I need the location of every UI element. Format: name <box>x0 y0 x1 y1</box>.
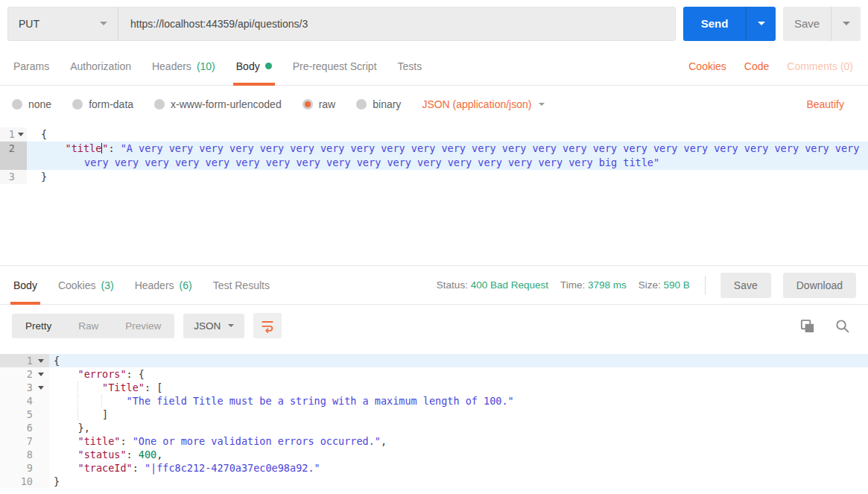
line-gutter: 6 <box>0 421 49 434</box>
line-number: 7 <box>0 434 33 448</box>
token-ind <box>77 408 103 420</box>
code-line-content[interactable]: "title": "A very very very very very ver… <box>27 142 868 170</box>
radio-x-www-form-urlencoded[interactable]: x-www-form-urlencoded <box>154 98 282 110</box>
tab-headers[interactable]: Headers(10) <box>142 47 226 85</box>
token-ind0 <box>54 449 78 460</box>
method-select[interactable]: PUT <box>8 7 118 40</box>
line-number: 5 <box>0 408 33 421</box>
save-options-button[interactable] <box>831 7 861 41</box>
tab-headers-count: (10) <box>197 60 215 72</box>
copy-icon <box>799 318 815 334</box>
fold-toggle[interactable] <box>33 354 49 367</box>
fold-toggle[interactable] <box>33 381 49 394</box>
wrap-lines-button[interactable] <box>253 313 282 338</box>
line-gutter: 10 <box>0 475 49 488</box>
token-str: "A very very very very very very very ve… <box>84 142 865 168</box>
token-str: "The field Title must be a string with a… <box>127 395 514 407</box>
copy-button[interactable] <box>799 318 815 334</box>
tab-authorization[interactable]: Authorization <box>60 47 142 85</box>
view-pretty[interactable]: Pretty <box>12 314 65 338</box>
token-ind <box>77 381 103 393</box>
response-tab-body[interactable]: Body <box>3 266 48 304</box>
token-p: , <box>156 449 162 460</box>
chevron-down-icon <box>758 22 765 25</box>
wrap-text-icon <box>260 318 275 333</box>
radio-binary[interactable]: binary <box>356 98 401 110</box>
link-comments-0[interactable]: Comments (0) <box>787 60 853 72</box>
tab-params[interactable]: Params <box>3 47 60 85</box>
token-p: : <box>120 435 132 447</box>
response-tab-headers-count: (6) <box>180 279 192 291</box>
response-tab-headers[interactable]: Headers(6) <box>124 266 203 304</box>
response-tab-cookies[interactable]: Cookies(3) <box>48 266 124 304</box>
radio-label-form-data: form-data <box>89 98 133 110</box>
line-number: 2 <box>0 367 33 381</box>
line-number: 1 <box>0 354 33 367</box>
token-p: } <box>54 475 60 487</box>
save-response-button[interactable]: Save <box>720 273 771 298</box>
link-cookies[interactable]: Cookies <box>688 60 726 72</box>
url-input[interactable] <box>118 7 675 40</box>
radio-icon <box>154 99 165 110</box>
token-ind0 <box>54 368 78 380</box>
token-p: { <box>41 128 47 140</box>
view-raw[interactable]: Raw <box>65 314 112 338</box>
token-key: "Title" <box>102 381 145 393</box>
content-type-select[interactable]: JSON (application/json) <box>422 98 545 110</box>
radio-raw[interactable]: raw <box>302 98 336 110</box>
stat-status: Status: 400 Bad Request <box>437 279 548 291</box>
request-body-editor[interactable]: 1{2 "title": "A very very very very very… <box>0 123 868 266</box>
stat-value: 3798 ms <box>588 279 627 291</box>
radio-none[interactable]: none <box>12 98 51 110</box>
request-tab-links: CookiesCodeComments (0) <box>688 60 865 72</box>
code-line-content: }, <box>49 421 868 434</box>
content-type-value: JSON (application/json) <box>422 98 531 110</box>
token-p: }, <box>78 422 90 434</box>
request-bar: PUT Send Save <box>0 0 868 47</box>
search-button[interactable] <box>834 318 850 334</box>
beautify-link[interactable]: Beautify <box>806 98 856 110</box>
send-label: Send <box>701 17 729 30</box>
code-line: 10} <box>0 475 868 488</box>
tab-tests[interactable]: Tests <box>387 47 433 85</box>
send-options-button[interactable] <box>746 7 776 41</box>
send-button[interactable]: Send <box>683 7 746 41</box>
response-tab-cookies-label: Cookies <box>58 279 96 291</box>
response-stats: Status: 400 Bad RequestTime: 3798 msSize… <box>437 279 690 291</box>
line-gutter: 8 <box>0 448 49 461</box>
download-response-button[interactable]: Download <box>783 273 856 298</box>
tab-pre-request-script[interactable]: Pre-request Script <box>282 47 387 85</box>
code-line-content: "traceId": "|ffc8c212-4270a37ec0e98a92." <box>49 461 868 475</box>
response-tab-test-results[interactable]: Test Results <box>203 266 280 304</box>
fold-toggle[interactable] <box>15 127 27 142</box>
divider <box>705 276 706 295</box>
code-line-content[interactable]: { <box>27 127 868 142</box>
fold-toggle[interactable] <box>33 367 49 381</box>
token-p: , <box>381 435 387 447</box>
view-preview[interactable]: Preview <box>112 314 174 338</box>
radio-form-data[interactable]: form-data <box>72 98 133 110</box>
token-ind0 <box>54 408 78 420</box>
response-tab-headers-label: Headers <box>135 279 174 291</box>
token-ind0 <box>54 435 78 447</box>
radio-icon <box>12 99 22 110</box>
tab-authorization-label: Authorization <box>70 60 131 72</box>
url-group: PUT <box>7 7 676 41</box>
code-line-content[interactable]: } <box>27 170 868 184</box>
link-code[interactable]: Code <box>744 60 769 72</box>
line-gutter: 1 <box>0 127 27 142</box>
line-number: 4 <box>0 394 33 408</box>
tab-body-label: Body <box>236 60 260 72</box>
tab-body[interactable]: Body <box>226 47 282 85</box>
fold-spacer <box>33 421 49 434</box>
response-language-select[interactable]: JSON <box>183 314 244 338</box>
token-key: "title <box>66 142 102 154</box>
save-request-button[interactable]: Save <box>783 7 831 41</box>
radio-label-none: none <box>28 98 51 110</box>
save-label: Save <box>794 17 820 30</box>
line-number: 1 <box>0 127 15 142</box>
radio-label-x-www-form-urlencoded: x-www-form-urlencoded <box>171 98 282 110</box>
search-icon <box>834 318 850 334</box>
fold-spacer <box>15 142 27 170</box>
code-line: 6 }, <box>0 421 868 434</box>
